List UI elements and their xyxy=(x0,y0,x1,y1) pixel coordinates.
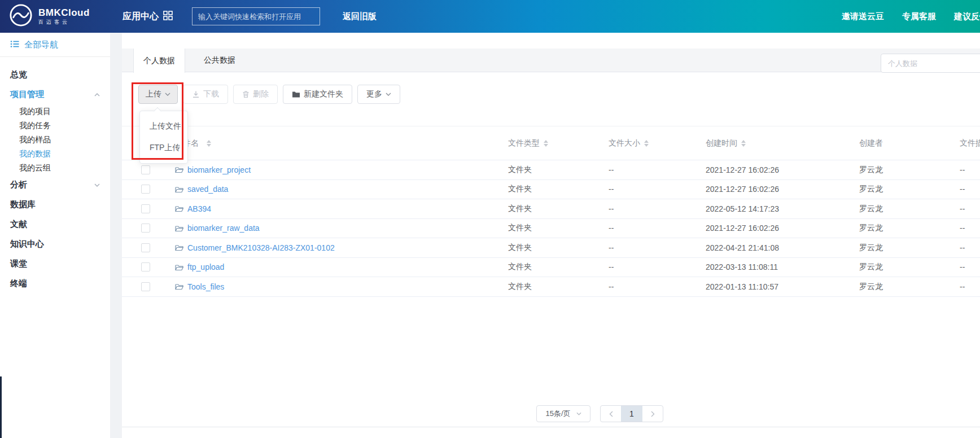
row-checkbox-cell xyxy=(122,185,172,194)
column-header-0[interactable]: 文件名 xyxy=(172,138,508,148)
table-row-0: biomarker_project文件夹--2021-12-27 16:02:2… xyxy=(122,160,980,180)
file-name-cell: Tools_files xyxy=(172,282,508,291)
sidebar-item-知识中心[interactable]: 知识中心 xyxy=(0,234,110,254)
file-name-cell: biomarker_project xyxy=(172,165,508,174)
header-link-0[interactable]: 邀请送云豆 xyxy=(842,11,884,22)
column-label: 文件类型 xyxy=(508,138,540,148)
column-header-5: 文件描述 xyxy=(960,138,980,148)
created-time-cell: 2021-12-27 16:02:26 xyxy=(706,224,859,233)
row-checkbox[interactable] xyxy=(141,224,150,233)
tab-公共数据[interactable]: 公共数据 xyxy=(185,49,254,72)
sidebar-item-课堂[interactable]: 课堂 xyxy=(0,254,110,274)
header-link-2[interactable]: 建议反馈 xyxy=(954,11,980,22)
creator-cell: 罗云龙 xyxy=(859,243,960,253)
main-content: 个人数据公共数据 上传 下载 删除 xyxy=(122,33,980,438)
sidebar-item-终端[interactable]: 终端 xyxy=(0,274,110,294)
upload-dropdown-menu: 上传文件FTP上传 xyxy=(139,111,188,164)
nav-all-label: 全部导航 xyxy=(24,40,58,50)
sidebar-item-项目管理[interactable]: 项目管理 xyxy=(0,85,110,104)
table-header-row: 文件名文件类型文件大小创建时间创建者文件描述 xyxy=(122,126,980,160)
file-size-cell: -- xyxy=(609,204,706,213)
row-checkbox[interactable] xyxy=(141,262,150,271)
chevron-down-icon xyxy=(576,412,581,415)
file-name-link[interactable]: Tools_files xyxy=(187,282,224,291)
data-tabs: 个人数据公共数据 xyxy=(122,49,980,72)
row-checkbox-cell xyxy=(122,204,172,213)
upload-menu-item-1[interactable]: FTP上传 xyxy=(140,137,187,159)
delete-button[interactable]: 删除 xyxy=(233,85,278,104)
column-label: 创建者 xyxy=(859,138,883,148)
sidebar-item-label: 数据库 xyxy=(10,199,36,210)
back-to-old-version-link[interactable]: 返回旧版 xyxy=(343,11,377,22)
upload-button[interactable]: 上传 xyxy=(138,85,178,104)
sidebar-item-我的项目[interactable]: 我的项目 xyxy=(0,104,110,119)
file-name-link[interactable]: biomarker_raw_data xyxy=(187,224,260,233)
column-label: 创建时间 xyxy=(706,138,737,148)
column-header-1[interactable]: 文件类型 xyxy=(508,138,609,148)
header-link-1[interactable]: 专属客服 xyxy=(902,11,936,22)
sidebar-item-我的云组[interactable]: 我的云组 xyxy=(0,161,110,175)
creator-cell: 罗云龙 xyxy=(859,204,960,214)
folder-open-icon xyxy=(175,264,183,271)
creator-cell: 罗云龙 xyxy=(859,262,960,272)
file-size-cell: -- xyxy=(609,282,706,291)
app-center-button[interactable]: 应用中心 xyxy=(123,11,173,23)
row-checkbox[interactable] xyxy=(141,243,150,252)
column-header-3[interactable]: 创建时间 xyxy=(706,138,859,148)
folder-open-icon xyxy=(175,186,183,193)
file-type-cell: 文件夹 xyxy=(508,243,609,253)
file-name-link[interactable]: Customer_BMK210328-AI283-ZX01-0102 xyxy=(187,243,335,252)
more-label: 更多 xyxy=(366,89,382,99)
column-header-2[interactable]: 文件大小 xyxy=(609,138,706,148)
sidebar-item-数据库[interactable]: 数据库 xyxy=(0,195,110,214)
new-folder-button[interactable]: 新建文件夹 xyxy=(283,85,352,104)
sidebar-item-文献[interactable]: 文献 xyxy=(0,214,110,234)
tab-个人数据[interactable]: 个人数据 xyxy=(133,49,185,73)
page-size-select[interactable]: 15条/页 xyxy=(536,405,590,422)
creator-cell: 罗云龙 xyxy=(859,282,960,292)
header-links: 邀请送云豆专属客服建议反馈 xyxy=(842,11,980,22)
next-page-button[interactable] xyxy=(642,406,663,422)
left-edge-strip xyxy=(0,376,2,438)
upload-menu-item-0[interactable]: 上传文件 xyxy=(140,116,187,137)
personal-data-filter-input[interactable] xyxy=(881,54,980,73)
more-button[interactable]: 更多 xyxy=(357,85,400,104)
sidebar-item-label: 课堂 xyxy=(10,259,27,269)
download-button[interactable]: 下载 xyxy=(183,85,228,104)
file-size-cell: -- xyxy=(609,224,706,233)
nav-all-button[interactable]: 全部导航 xyxy=(0,33,110,57)
app-search-input[interactable] xyxy=(192,7,320,25)
file-type-cell: 文件夹 xyxy=(508,165,609,175)
table-row-6: Tools_files文件夹--2022-01-13 11:10:57罗云龙-- xyxy=(122,277,980,297)
file-type-cell: 文件夹 xyxy=(508,262,609,272)
file-name-link[interactable]: biomarker_project xyxy=(187,165,251,174)
row-checkbox[interactable] xyxy=(141,282,150,291)
sidebar-item-我的任务[interactable]: 我的任务 xyxy=(0,119,110,133)
upload-label: 上传 xyxy=(146,89,161,99)
sidebar-item-label: 知识中心 xyxy=(10,239,44,249)
sidebar-item-总览[interactable]: 总览 xyxy=(0,65,110,85)
file-name-cell: biomarker_raw_data xyxy=(172,224,508,233)
sidebar-item-label: 文献 xyxy=(10,219,27,230)
prev-page-button[interactable] xyxy=(601,406,621,422)
sidebar-item-分析[interactable]: 分析 xyxy=(0,175,110,195)
download-icon xyxy=(192,90,200,98)
pager: 1 xyxy=(600,405,663,422)
file-desc-cell: -- xyxy=(960,282,980,291)
row-checkbox-cell xyxy=(122,282,172,291)
grid-icon xyxy=(163,11,173,23)
dropdown-caret xyxy=(154,107,161,115)
file-name-link[interactable]: AB394 xyxy=(187,204,211,213)
row-checkbox[interactable] xyxy=(141,185,150,194)
current-page[interactable]: 1 xyxy=(621,406,642,422)
sort-icon xyxy=(741,140,746,147)
row-checkbox[interactable] xyxy=(141,165,150,174)
row-checkbox[interactable] xyxy=(141,204,150,213)
folder-open-icon xyxy=(175,283,183,290)
file-name-cell: AB394 xyxy=(172,204,508,213)
sidebar-item-我的数据[interactable]: 我的数据 xyxy=(0,147,110,161)
sidebar-item-我的样品[interactable]: 我的样品 xyxy=(0,133,110,147)
file-name-link[interactable]: ftp_upload xyxy=(187,262,224,271)
table-row-4: Customer_BMK210328-AI283-ZX01-0102文件夹--2… xyxy=(122,238,980,258)
file-name-link[interactable]: saved_data xyxy=(187,185,228,194)
